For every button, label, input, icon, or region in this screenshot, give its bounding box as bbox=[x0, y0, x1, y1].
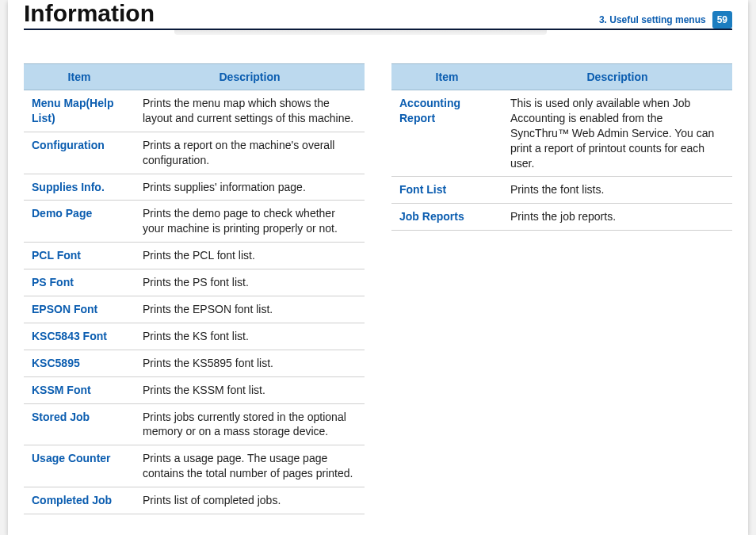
cell-item: Menu Map(Help List) bbox=[24, 90, 135, 132]
col-header-item: Item bbox=[391, 64, 502, 90]
chapter-label: 3. Useful setting menus bbox=[599, 14, 706, 25]
cell-item: Usage Counter bbox=[24, 445, 135, 487]
table-row: Job ReportsPrints the job reports. bbox=[391, 204, 732, 231]
cell-item: Font List bbox=[391, 177, 502, 204]
right-table-body: Accounting ReportThis is used only avail… bbox=[391, 90, 732, 231]
breadcrumb: 3. Useful setting menus 59 bbox=[599, 11, 732, 29]
table-row: ConfigurationPrints a report on the mach… bbox=[24, 132, 365, 174]
table-row: Menu Map(Help List)Prints the menu map w… bbox=[24, 90, 365, 132]
table-row: EPSON FontPrints the EPSON font list. bbox=[24, 296, 365, 323]
page-title: Information bbox=[24, 0, 162, 27]
col-header-item: Item bbox=[24, 64, 135, 90]
cell-item: KSC5843 Font bbox=[24, 323, 135, 350]
col-header-description: Description bbox=[502, 64, 732, 90]
table-row: Completed JobPrints list of completed jo… bbox=[24, 487, 365, 514]
cell-item: Completed Job bbox=[24, 487, 135, 514]
cell-item: PCL Font bbox=[24, 243, 135, 269]
table-row: KSC5895Prints the KS5895 font list. bbox=[24, 350, 365, 376]
cell-description: Prints the KSSM font list. bbox=[135, 376, 365, 403]
cell-description: Prints supplies' information page. bbox=[135, 174, 365, 201]
cell-description: Prints the KS font list. bbox=[135, 323, 365, 350]
table-row: Font ListPrints the font lists. bbox=[391, 177, 732, 204]
cell-item: Configuration bbox=[24, 132, 135, 174]
cell-description: Prints the job reports. bbox=[502, 204, 732, 231]
cell-description: Prints the menu map which shows the layo… bbox=[135, 90, 365, 132]
content-columns: Item Description Menu Map(Help List)Prin… bbox=[24, 63, 732, 514]
table-row: Stored JobPrints jobs currently stored i… bbox=[24, 403, 365, 445]
cell-description: Prints the EPSON font list. bbox=[135, 296, 365, 323]
information-table-left: Item Description Menu Map(Help List)Prin… bbox=[24, 63, 365, 514]
cell-item: PS Font bbox=[24, 269, 135, 296]
cell-item: Demo Page bbox=[24, 201, 135, 243]
cell-item: Job Reports bbox=[391, 204, 502, 231]
page-number-badge: 59 bbox=[712, 11, 732, 29]
cell-item: Supplies Info. bbox=[24, 174, 135, 201]
table-row: KSSM FontPrints the KSSM font list. bbox=[24, 376, 365, 403]
table-row: PCL FontPrints the PCL font list. bbox=[24, 243, 365, 269]
col-header-description: Description bbox=[135, 64, 365, 90]
left-table-body: Menu Map(Help List)Prints the menu map w… bbox=[24, 90, 365, 514]
table-row: Demo PagePrints the demo page to check w… bbox=[24, 201, 365, 243]
cell-description: This is used only available when Job Acc… bbox=[502, 90, 732, 177]
cell-item: KSC5895 bbox=[24, 350, 135, 376]
cell-description: Prints list of completed jobs. bbox=[135, 487, 365, 514]
cell-description: Prints the font lists. bbox=[502, 177, 732, 204]
cell-description: Prints the demo page to check whether yo… bbox=[135, 201, 365, 243]
table-row: PS FontPrints the PS font list. bbox=[24, 269, 365, 296]
tab-shadow-decoration bbox=[174, 30, 547, 35]
information-table-right: Item Description Accounting ReportThis i… bbox=[391, 63, 732, 231]
cell-description: Prints jobs currently stored in the opti… bbox=[135, 403, 365, 445]
page: Information 3. Useful setting menus 59 I… bbox=[8, 0, 748, 535]
table-row: Usage CounterPrints a usage page. The us… bbox=[24, 445, 365, 487]
cell-description: Prints a usage page. The usage page cont… bbox=[135, 445, 365, 487]
left-column: Item Description Menu Map(Help List)Prin… bbox=[24, 63, 365, 514]
table-row: Supplies Info.Prints supplies' informati… bbox=[24, 174, 365, 201]
cell-item: EPSON Font bbox=[24, 296, 135, 323]
right-column: Item Description Accounting ReportThis i… bbox=[391, 63, 732, 514]
cell-description: Prints a report on the machine's overall… bbox=[135, 132, 365, 174]
table-header-row: Item Description bbox=[391, 64, 732, 90]
table-row: KSC5843 FontPrints the KS font list. bbox=[24, 323, 365, 350]
cell-description: Prints the PS font list. bbox=[135, 269, 365, 296]
cell-item: Stored Job bbox=[24, 403, 135, 445]
cell-description: Prints the KS5895 font list. bbox=[135, 350, 365, 376]
table-row: Accounting ReportThis is used only avail… bbox=[391, 90, 732, 177]
cell-item: Accounting Report bbox=[391, 90, 502, 177]
cell-description: Prints the PCL font list. bbox=[135, 243, 365, 269]
table-header-row: Item Description bbox=[24, 64, 365, 90]
cell-item: KSSM Font bbox=[24, 376, 135, 403]
